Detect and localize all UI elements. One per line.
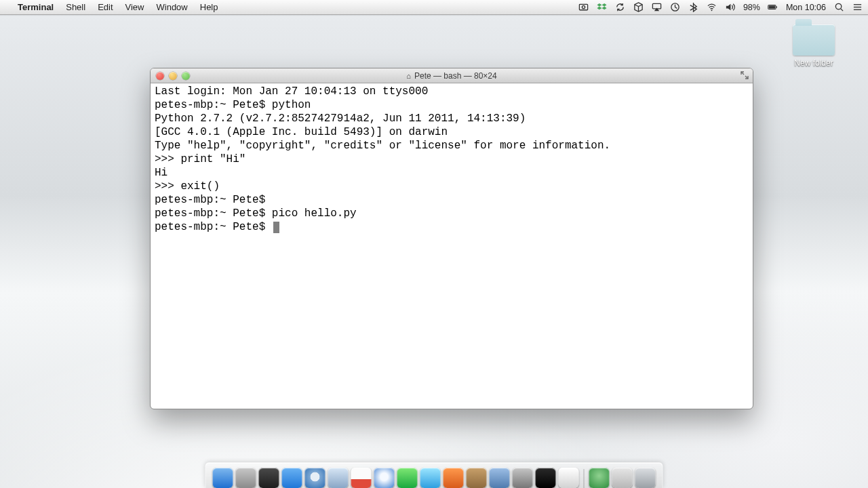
dock[interactable] [205, 462, 663, 488]
fullscreen-button[interactable] [741, 71, 749, 79]
dock-finder[interactable] [213, 468, 233, 488]
dock-system-preferences[interactable] [513, 468, 533, 488]
svg-rect-7 [776, 6, 778, 7]
menu-shell[interactable]: Shell [66, 2, 85, 12]
svg-point-4 [711, 9, 713, 11]
minimize-button[interactable] [169, 72, 177, 80]
spotlight-icon[interactable] [833, 2, 844, 13]
dock-mission-control[interactable] [259, 468, 279, 488]
window-title: ⌂ Pete — bash — 80×24 [151, 71, 753, 81]
terminal-line: petes-mbp:~ Pete$ pico hello.py [155, 207, 749, 220]
window-titlebar[interactable]: ⌂ Pete — bash — 80×24 [151, 68, 753, 83]
dock-separator [584, 469, 585, 488]
svg-point-8 [835, 3, 841, 9]
dock-textedit[interactable] [559, 468, 579, 488]
menu-edit[interactable]: Edit [98, 2, 113, 12]
notification-center-icon[interactable] [852, 2, 863, 13]
screen-record-icon[interactable] [578, 2, 589, 13]
dock-facetime[interactable] [397, 468, 418, 488]
battery-icon[interactable] [768, 2, 778, 13]
menu-bar-left: Terminal Shell Edit View Window Help [5, 2, 218, 12]
dock-ichat[interactable] [420, 468, 441, 488]
airplay-icon[interactable] [652, 2, 663, 13]
battery-percent[interactable]: 98% [743, 3, 760, 12]
dock-app-store[interactable] [282, 468, 302, 488]
terminal-line: petes-mbp:~ Pete$ python [155, 98, 749, 112]
terminal-line: Last login: Mon Jan 27 10:04:13 on ttys0… [155, 85, 749, 98]
folder-label: New folder [781, 58, 846, 68]
menu-help[interactable]: Help [200, 2, 218, 12]
terminal-line: Type "help", "copyright", "credits" or "… [155, 139, 749, 152]
terminal-cursor [273, 222, 279, 233]
time-machine-icon[interactable] [670, 2, 681, 13]
home-icon: ⌂ [406, 72, 411, 80]
menu-bar: Terminal Shell Edit View Window Help 98%… [0, 0, 868, 15]
dock-terminal[interactable] [536, 468, 556, 488]
terminal-line: >>> print "Hi" [155, 152, 749, 166]
clock[interactable]: Mon 10:06 [786, 3, 826, 12]
terminal-line: >>> exit() [155, 180, 749, 193]
dock-photo-booth[interactable] [443, 468, 464, 488]
dock-mail[interactable] [328, 468, 349, 488]
dock-trash[interactable] [635, 468, 656, 488]
terminal-line: petes-mbp:~ Pete$ [155, 193, 749, 207]
dropbox-icon[interactable] [597, 2, 608, 13]
cube-icon[interactable] [633, 2, 644, 13]
desktop-folder[interactable]: New folder [781, 24, 846, 68]
dock-contacts[interactable] [467, 468, 487, 488]
dock-downloads[interactable] [589, 468, 610, 488]
dock-documents[interactable] [612, 468, 633, 488]
window-title-text: Pete — bash — 80×24 [414, 71, 497, 81]
sync-icon[interactable] [615, 2, 626, 13]
terminal-line: Hi [155, 166, 749, 180]
menu-view[interactable]: View [125, 2, 144, 12]
menu-bar-right: 98% Mon 10:06 [578, 2, 863, 13]
app-menu[interactable]: Terminal [18, 2, 54, 12]
folder-icon [793, 24, 835, 56]
svg-point-1 [583, 5, 585, 8]
terminal-line: [GCC 4.0.1 (Apple Inc. build 5493)] on d… [155, 125, 749, 139]
wifi-icon[interactable] [707, 2, 717, 13]
svg-rect-6 [769, 5, 775, 8]
terminal-window[interactable]: ⌂ Pete — bash — 80×24 Last login: Mon Ja… [150, 68, 753, 409]
terminal-line: Python 2.7.2 (v2.7.2:8527427914a2, Jun 1… [155, 112, 749, 125]
dock-preview[interactable] [490, 468, 510, 488]
dock-launchpad[interactable] [236, 468, 256, 488]
dock-safari[interactable] [305, 468, 326, 488]
close-button[interactable] [156, 72, 164, 80]
zoom-button[interactable] [182, 72, 190, 80]
menu-window[interactable]: Window [157, 2, 188, 12]
svg-rect-0 [580, 4, 588, 9]
window-traffic-lights [156, 72, 190, 80]
dock-ical[interactable] [351, 468, 372, 488]
terminal-content[interactable]: Last login: Mon Jan 27 10:04:13 on ttys0… [151, 83, 753, 409]
terminal-line: petes-mbp:~ Pete$ [155, 220, 749, 234]
dock-itunes[interactable] [374, 468, 395, 488]
bluetooth-icon[interactable] [688, 2, 699, 13]
volume-icon[interactable] [725, 2, 736, 13]
